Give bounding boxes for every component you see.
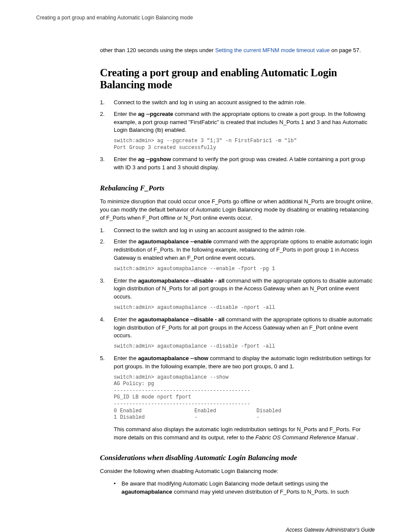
list-item: Enter the agautomapbalance --show comman…: [100, 355, 375, 442]
step-cmd: agautomapbalance --show: [138, 355, 208, 361]
step-pre: Enter the: [114, 277, 138, 284]
bullet-cmd: agautomapbalance: [121, 488, 172, 495]
list-item: Enter the agautomapbalance --enable comm…: [100, 238, 375, 272]
step-cmd: agautomapbalance --disable - all: [138, 316, 224, 323]
code-block: switch:admin> agautomapbalance --show AG…: [114, 374, 375, 421]
list-item: Connect to the switch and log in using a…: [100, 99, 375, 107]
followup-post: .: [355, 434, 358, 441]
code-block: switch:admin> agautomapbalance --disable…: [114, 305, 375, 311]
step-text: Connect to the switch and log in using a…: [114, 99, 306, 106]
list-item: Enter the ag --pgcreate command with the…: [100, 110, 375, 152]
step-text: Connect to the switch and log in using a…: [114, 227, 306, 233]
subheading-considerations: Considerations when disabling Automatic …: [100, 454, 375, 462]
page-title: Creating a port group and enabling Autom…: [100, 67, 375, 91]
bullet-pre: Be aware that modifying Automatic Login …: [121, 480, 328, 487]
step-cmd: ag --pgcreate: [138, 111, 173, 117]
footer-guide: Access Gateway Administrator's Guide: [286, 526, 375, 532]
list-item: Enter the agautomapbalance --disable - a…: [100, 316, 375, 350]
list-item: Enter the agautomapbalance --disable - a…: [100, 277, 375, 311]
step-pre: Enter the: [114, 111, 138, 117]
step-cmd: agautomapbalance --disable - all: [138, 277, 224, 284]
steps-create-portgroup: Connect to the switch and log in using a…: [100, 99, 375, 172]
intro-post: on page 57.: [330, 47, 361, 53]
step-pre: Enter the: [114, 355, 138, 361]
mfnm-link[interactable]: Setting the current MFNM mode timeout va…: [215, 47, 330, 53]
code-block: switch:admin> agautomapbalance --enable …: [114, 266, 375, 273]
list-item: Connect to the switch and log in using a…: [100, 227, 375, 235]
code-block: switch:admin> ag --pgcreate 3 "1;3" -n F…: [114, 138, 375, 151]
bullet-post: command may yield uneven distribution of…: [172, 488, 349, 495]
steps-rebalance: Connect to the switch and log in using a…: [100, 227, 375, 442]
step-followup: This command also displays the automatic…: [114, 426, 375, 442]
followup-ital: Fabric OS Command Reference Manual: [255, 434, 355, 441]
list-item: Be aware that modifying Automatic Login …: [114, 480, 375, 496]
step-pre: Enter the: [114, 238, 138, 245]
code-block: switch:admin> agautomapbalance --disable…: [114, 343, 375, 350]
running-header: Creating a port group and enabling Autom…: [36, 15, 375, 21]
intro-paragraph: other than 120 seconds using the steps u…: [100, 47, 375, 55]
page-footer: 56 Access Gateway Administrator's Guide …: [36, 526, 375, 532]
rebalance-intro: To minimize disruption that could occur …: [100, 198, 375, 222]
step-pre: Enter the: [114, 316, 138, 323]
step-cmd: ag --pgshow: [138, 156, 171, 162]
intro-pre: other than 120 seconds using the steps u…: [100, 47, 215, 53]
step-cmd: agautomapbalance --enable: [138, 238, 212, 245]
subheading-rebalancing: Rebalancing F_Ports: [100, 184, 375, 193]
step-pre: Enter the: [114, 156, 138, 162]
considerations-intro: Consider the following when disabling Au…: [100, 467, 375, 476]
list-item: Enter the ag --pgshow command to verify …: [100, 156, 375, 172]
considerations-list: Be aware that modifying Automatic Login …: [100, 480, 375, 496]
